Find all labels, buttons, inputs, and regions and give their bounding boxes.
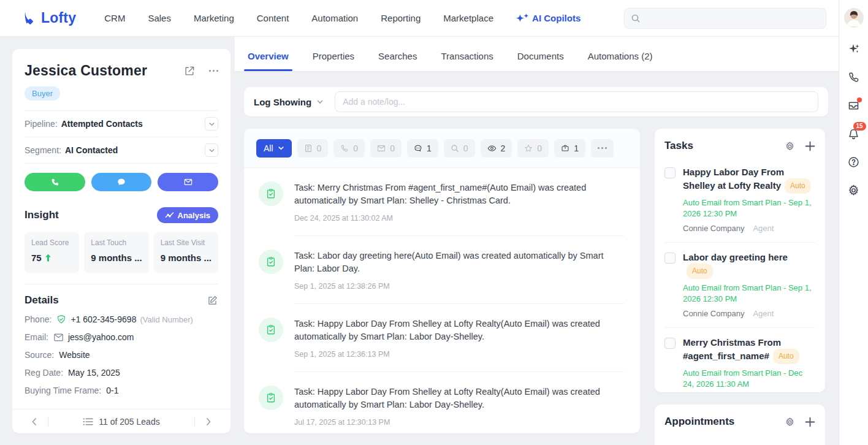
search-icon — [631, 13, 641, 23]
add-appointment-icon[interactable] — [805, 417, 815, 427]
next-lead-icon[interactable] — [204, 417, 213, 427]
timeline-item[interactable]: Task: Labor day greeting here(Auto Email… — [244, 236, 640, 304]
filter-searches[interactable]: 0 — [444, 139, 475, 158]
task-item: Happy Labor Day From Shelley at Lofty Re… — [664, 163, 815, 242]
tab-searches[interactable]: Searches — [375, 51, 421, 71]
inbox-unread-dot — [857, 97, 862, 102]
timeline-item-time: Sep 1, 2025 at 12:38:26 PM — [294, 282, 624, 291]
task-owner: Connie Company — [683, 309, 744, 318]
filter-favorites[interactable]: 0 — [517, 139, 549, 158]
email-value[interactable]: jess@yahoo.com — [68, 332, 134, 342]
timeline-item-time: Dec 24, 2025 at 11:30:02 AM — [294, 214, 624, 222]
open-in-new-icon[interactable] — [183, 65, 196, 77]
segment-value: AI Contacted — [65, 145, 118, 155]
tasks-title: Tasks — [664, 140, 693, 152]
pipeline-label: Pipeline: — [25, 119, 58, 129]
appointments-settings-gear-icon[interactable] — [785, 417, 795, 427]
dialer-phone-icon[interactable] — [847, 70, 861, 84]
email-button[interactable] — [158, 173, 218, 191]
filter-views[interactable]: 2 — [481, 139, 512, 158]
add-task-icon[interactable] — [805, 141, 815, 151]
log-showing-dropdown[interactable]: Log Showing — [254, 97, 324, 107]
text-message-button[interactable] — [91, 173, 152, 191]
task-title[interactable]: Happy Labor Day From Shelley at Lofty Re… — [683, 167, 784, 191]
segment-label: Segment: — [25, 145, 61, 155]
task-checkbox[interactable] — [664, 253, 676, 264]
tasks-panel: Tasks Happy Labor Day From Shelley at Lo… — [655, 129, 825, 392]
buying-time-frame-value: 0-1 — [106, 386, 118, 395]
settings-gear-icon[interactable] — [847, 183, 861, 197]
lofty-logo[interactable]: Lofty — [21, 10, 76, 26]
tab-transactions[interactable]: Transactions — [437, 51, 497, 71]
add-note-input[interactable] — [335, 91, 818, 112]
ai-assistant-icon[interactable] — [847, 42, 861, 56]
insight-title: Insight — [25, 209, 59, 221]
pipeline-row: Pipeline: Attempted Contacts — [25, 111, 218, 137]
auto-badge: Auto — [687, 264, 713, 279]
nav-item-ai-copilots[interactable]: ✦✦ AI Copilots — [516, 13, 581, 24]
nav-item-automation[interactable]: Automation — [311, 13, 358, 23]
lead-list-position[interactable]: 11 of 205 Leads — [48, 417, 194, 427]
activity-filter-bar: All 0 0 0 1 0 2 0 — [244, 129, 640, 168]
pipeline-dropdown[interactable] — [205, 117, 218, 131]
details-title: Details — [25, 294, 59, 306]
lead-detail-tabs: Overview Properties Searches Transaction… — [235, 37, 839, 72]
detail-reg-date: Reg Date: May 15, 2025 — [25, 368, 218, 378]
filter-notes[interactable]: 0 — [297, 139, 329, 158]
task-title[interactable]: Labor day greeting here — [683, 252, 788, 262]
previous-lead-icon[interactable] — [29, 417, 39, 427]
filter-calls[interactable]: 0 — [333, 139, 365, 158]
nav-item-crm[interactable]: CRM — [104, 13, 125, 23]
task-clipboard-icon — [259, 249, 283, 274]
task-title[interactable]: Merry Christmas From #agent_first_name# — [683, 337, 781, 361]
timeline-item-text: Task: Happy Labor Day From Shelley at Lo… — [294, 386, 624, 411]
nav-item-marketing[interactable]: Marketing — [194, 13, 234, 23]
timeline-item[interactable]: Task: Happy Labor Day From Shelley at Lo… — [244, 304, 640, 372]
inbox-icon[interactable] — [847, 99, 861, 112]
task-checkbox[interactable] — [664, 167, 676, 178]
tab-properties[interactable]: Properties — [309, 51, 358, 71]
list-icon — [83, 417, 93, 426]
tab-overview[interactable]: Overview — [244, 51, 292, 71]
filter-more-button[interactable] — [591, 139, 614, 158]
edit-icon[interactable] — [207, 295, 218, 306]
nav-item-marketplace[interactable]: Marketplace — [443, 13, 493, 23]
filter-messages[interactable]: 1 — [407, 139, 438, 158]
filter-emails[interactable]: 0 — [370, 139, 402, 158]
analysis-button[interactable]: Analysis — [157, 207, 218, 223]
global-search[interactable] — [624, 8, 826, 29]
detail-source: Source: Website — [25, 350, 218, 360]
search-input[interactable] — [645, 13, 820, 23]
help-icon[interactable] — [847, 155, 861, 169]
chat-bubble-icon — [116, 177, 126, 187]
tab-documents[interactable]: Documents — [514, 51, 568, 71]
task-checkbox[interactable] — [664, 338, 676, 349]
eye-icon — [487, 145, 497, 152]
nav-item-content[interactable]: Content — [257, 13, 289, 23]
tab-automations[interactable]: Automations (2) — [584, 51, 657, 71]
call-button[interactable] — [25, 173, 85, 191]
timeline-item[interactable]: Task: Happy Labor Day From Shelley at Lo… — [244, 372, 640, 427]
activity-timeline-card: All 0 0 0 1 0 2 0 — [244, 129, 640, 433]
more-options-icon[interactable] — [209, 70, 218, 72]
timeline-item-text: Task: Merry Christmas From #agent_first_… — [294, 181, 624, 207]
star-icon — [524, 144, 533, 153]
task-clipboard-icon — [259, 181, 283, 206]
nav-item-reporting[interactable]: Reporting — [381, 13, 421, 23]
nav-item-sales[interactable]: Sales — [148, 13, 171, 23]
notifications-bell-icon[interactable]: 15 — [847, 127, 861, 140]
reg-date-value: May 15, 2025 — [68, 368, 120, 378]
timeline-item[interactable]: Task: Merry Christmas From #agent_first_… — [244, 168, 640, 236]
tasks-settings-gear-icon[interactable] — [785, 141, 795, 151]
envelope-icon — [377, 145, 386, 152]
filter-tasks[interactable]: 1 — [554, 139, 585, 158]
email-status-icon — [53, 333, 64, 342]
source-value: Website — [59, 350, 89, 360]
segment-dropdown[interactable] — [205, 143, 218, 157]
filter-all-button[interactable]: All — [256, 139, 292, 158]
avatar[interactable] — [844, 8, 864, 28]
task-meta: Auto Email from Smart Plan - Sep 1, 2026… — [683, 283, 815, 305]
phone-value[interactable]: +1 602-345-9698 — [70, 314, 136, 324]
stat-last-site-visit: Last Site Visit 9 months ... — [154, 232, 218, 273]
top-nav: Lofty CRM Sales Marketing Content Automa… — [0, 0, 839, 37]
